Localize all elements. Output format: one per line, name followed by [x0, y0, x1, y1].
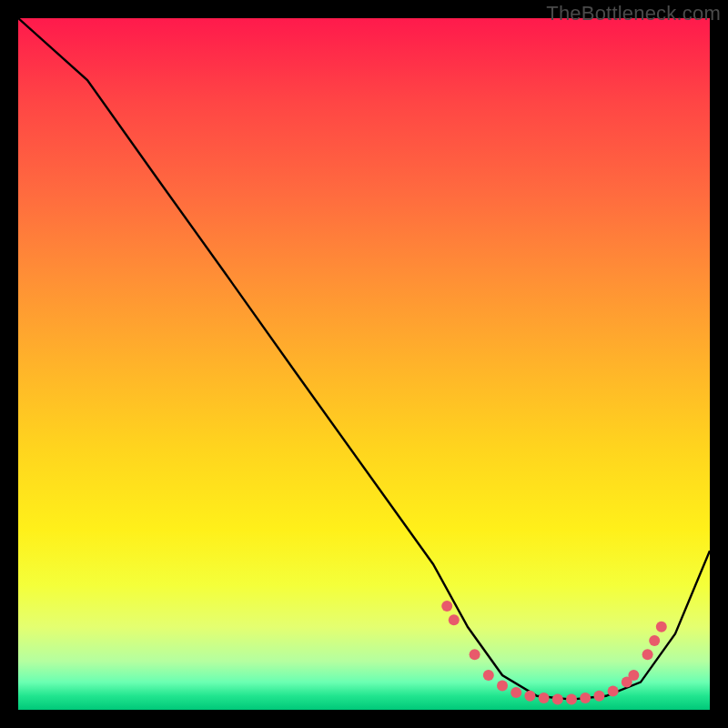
marker-dot — [566, 694, 577, 705]
marker-dot — [608, 686, 619, 697]
watermark-text: TheBottleneck.com — [546, 2, 721, 25]
plot-area — [18, 18, 710, 710]
marker-dot — [524, 691, 535, 702]
marker-dot — [642, 649, 653, 660]
marker-dot — [656, 622, 667, 632]
marker-dot — [483, 670, 494, 681]
marker-dot — [649, 635, 660, 646]
marker-dot — [628, 670, 639, 681]
bottleneck-curve-path — [18, 18, 710, 700]
marker-group — [441, 601, 667, 705]
marker-dot — [539, 693, 550, 703]
marker-dot — [511, 687, 521, 698]
curve-layer — [18, 18, 710, 710]
marker-dot — [552, 694, 563, 705]
marker-dot — [497, 680, 508, 691]
chart-frame: TheBottleneck.com — [0, 0, 728, 728]
marker-dot — [593, 691, 604, 702]
marker-dot — [441, 601, 452, 612]
marker-dot — [470, 649, 480, 660]
marker-dot — [580, 693, 591, 703]
marker-dot — [449, 614, 460, 625]
